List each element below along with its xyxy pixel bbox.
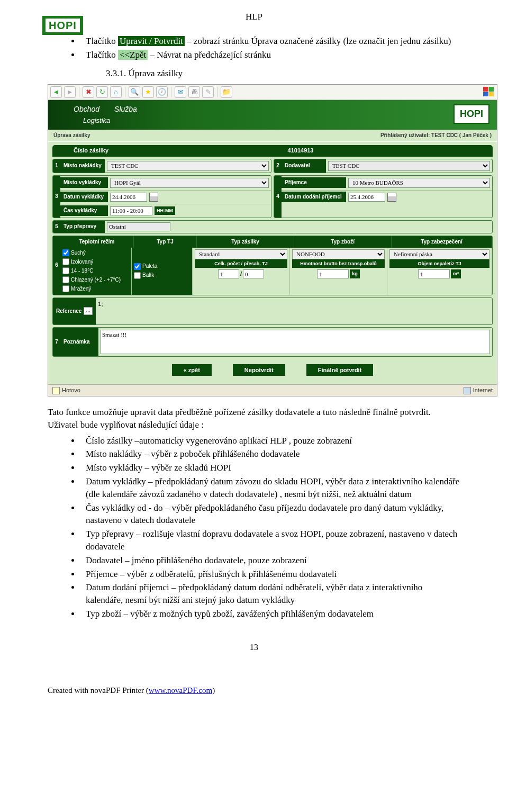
info-bar: Úprava zásilky Přihlášený uživatel: TEST… (48, 130, 497, 142)
list-item: Čas vykládky od - do – výběr předpokláda… (80, 502, 460, 527)
stop-icon[interactable]: ✖ (83, 86, 94, 98)
list-item: Číslo zásilky –automaticky vygenerováno … (80, 435, 460, 447)
shipment-number-row: Číslo zásilky 41014913 (52, 145, 493, 156)
status-bar: Hotovo Internet (48, 384, 497, 396)
unit-kg: kg (350, 269, 360, 278)
mail-icon[interactable]: ✉ (175, 86, 186, 98)
input-pocet[interactable] (218, 269, 239, 278)
select-typ-zasilky[interactable]: Standard (195, 249, 287, 259)
footer-link[interactable]: www.novaPDF.com (149, 686, 212, 694)
list-item: Místo nakládky – výběr z poboček přihláš… (80, 448, 460, 461)
select-prijemce[interactable]: 10 Metro BUDAÖRS (348, 178, 490, 188)
app-banner: ObchodSlužba Logistika HOPI (48, 100, 497, 130)
edit-icon[interactable]: ✎ (202, 86, 214, 98)
logged-user-label: Přihlášený uživatel: TEST CDC ( Jan Pěče… (380, 132, 492, 139)
list-item: Typ zboží – výběr z možných typů zboží, … (80, 608, 460, 620)
list-item: Dodavatel – jméno přihlášeného dodavatel… (80, 554, 460, 567)
calendar-icon[interactable] (149, 193, 158, 202)
textarea-poznamka[interactable]: Smazat !!! (101, 330, 490, 354)
body-bullet-list: Číslo zásilky –automaticky vygenerováno … (48, 435, 460, 620)
internet-zone-icon (464, 387, 471, 394)
select-dodavatel[interactable]: TEST CDC (328, 161, 490, 171)
highlight-dark: Upravit / Potvrdit (118, 36, 185, 46)
calendar-icon[interactable] (387, 193, 396, 202)
form-area: Číslo zásilky 41014913 1 Místo nakládky … (48, 142, 497, 384)
list-item: Tlačítko <<Zpět – Návrat na předcházejíc… (80, 49, 460, 61)
print-icon[interactable]: 🖶 (188, 86, 200, 98)
page-number: 13 (48, 642, 460, 653)
unit-m3: m³ (451, 269, 461, 278)
list-item: Typ přepravy – rozlišuje vlastní dopravu… (80, 528, 460, 553)
browser-toolbar: ◄ ► ✖ ↻ ⌂ 🔍 ★ 🕗 ✉ 🖶 ✎ 📁 (48, 85, 497, 100)
input-datum-vykladky[interactable] (110, 193, 147, 202)
body-paragraph: Tato funkce umožňuje upravit data předbě… (48, 406, 460, 431)
list-item: Místo vykládky – výběr ze skladů HOPI (80, 462, 460, 474)
highlight-mint: <<Zpět (118, 50, 148, 60)
ellipsis-icon[interactable]: … (84, 307, 93, 315)
section-heading: 3.3.1. Úprava zásilky (106, 67, 460, 80)
input-cas-vykladky[interactable] (110, 206, 152, 215)
input-datum-dodani[interactable] (348, 193, 385, 202)
field-misto-nakladky: 1 Místo nakládky TEST CDC (52, 159, 271, 173)
chk-balik[interactable] (134, 272, 141, 279)
chk-izolovany[interactable] (62, 258, 69, 265)
page-title-label: Úprava zásilky (53, 132, 90, 139)
select-typ-zbozi[interactable]: NONFOOD (292, 249, 385, 259)
chk-suchy[interactable] (62, 249, 69, 256)
page-header: HLP (48, 11, 460, 23)
back-button[interactable]: « zpět (172, 364, 212, 376)
input-typ-prepravy (107, 222, 170, 231)
forward-nav-icon[interactable]: ► (64, 86, 76, 98)
field-typ-prepravy: 5 Typ přepravy (52, 220, 493, 233)
chk-mrazeny[interactable] (62, 285, 69, 292)
home-icon[interactable]: ⌂ (110, 86, 122, 98)
back-nav-icon[interactable]: ◄ (50, 86, 62, 98)
intro-bullet-list: Tlačítko Upravit / Potvrdit – zobrazí st… (48, 35, 460, 61)
reference-value: 1; (96, 298, 492, 310)
footer: Created with novaPDF Printer (www.novaPD… (48, 685, 460, 696)
select-misto-nakladky[interactable]: TEST CDC (107, 161, 269, 171)
field-block-3: 3 Místo vykládky HOPI Gyál Datum vykládk… (52, 175, 271, 218)
favorites-icon[interactable]: ★ (142, 86, 154, 98)
hhmm-label: HH:MM (155, 206, 175, 215)
reference-box: Reference… 1; (52, 297, 493, 325)
nepotvrdit-button[interactable]: Nepotvrdit (233, 364, 285, 376)
banner-logo: HOPI (453, 104, 489, 124)
chk-14-18[interactable] (62, 267, 69, 274)
search-icon[interactable]: 🔍 (129, 86, 140, 98)
embedded-screenshot: ◄ ► ✖ ↻ ⌂ 🔍 ★ 🕗 ✉ 🖶 ✎ 📁 ObchodSlužba Log… (48, 84, 497, 396)
select-zabezpeceni[interactable]: Nefiremní páska (389, 249, 489, 259)
chk-paleta[interactable] (134, 263, 141, 270)
list-item: Datum vykládky – předpokládaný datum záv… (80, 475, 460, 501)
history-icon[interactable]: 🕗 (156, 86, 168, 98)
input-presah[interactable] (243, 269, 264, 278)
windows-flag-icon (483, 87, 494, 96)
finalne-potvrdit-button[interactable]: Finálně potvrdit (306, 364, 374, 376)
hopi-logo: HOPI (42, 16, 83, 35)
chk-chlazeny[interactable] (62, 276, 69, 283)
select-misto-vykladky[interactable]: HOPI Gyál (110, 178, 269, 188)
note-box: 7 Poznámka Smazat !!! (52, 327, 493, 357)
input-objem[interactable] (418, 269, 450, 278)
list-item: Datum dodání příjemci – předpokládaný da… (80, 581, 460, 607)
section-6: 6 Teplotní režim Typ TJ Typ zásilky Typ … (52, 236, 493, 295)
field-block-4: 4 Příjemce 10 Metro BUDAÖRS Datum dodání… (274, 175, 493, 218)
folder-icon[interactable]: 📁 (221, 86, 232, 98)
field-dodavatel: 2 Dodavatel TEST CDC (274, 159, 493, 173)
done-status-icon (52, 387, 60, 394)
list-item: Tlačítko Upravit / Potvrdit – zobrazí st… (80, 35, 460, 48)
refresh-icon[interactable]: ↻ (96, 86, 108, 98)
input-hmotnost[interactable] (317, 269, 349, 278)
list-item: Příjemce – výběr z odběratelů, příslušný… (80, 568, 460, 581)
